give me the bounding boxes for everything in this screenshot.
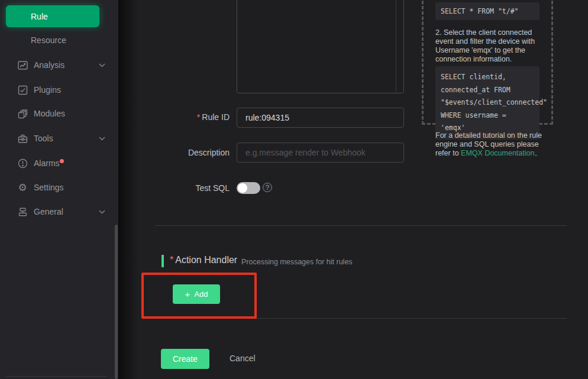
test-sql-toggle[interactable] [237,182,260,194]
sidebar-item-settings[interactable]: ⚙ Settings [0,180,118,195]
rule-sql-editor[interactable] [237,0,404,93]
action-handler-subtitle: Processing messages for hit rules [241,258,353,266]
sidebar-divider [6,376,106,377]
sidebar-item-modules[interactable]: Modules [0,106,118,121]
help-step-2-text: 2. Select the client connected event and… [435,28,548,64]
chevron-down-icon [99,137,105,141]
rule-id-input[interactable] [237,108,404,128]
sidebar-item-label: Tools [34,134,53,143]
chevron-down-icon [99,210,105,214]
add-button-label: Add [194,290,208,299]
description-label: Description [142,148,230,157]
sidebar-item-resource[interactable]: Resource [0,33,118,48]
stack-icon [17,206,28,217]
sidebar-item-general[interactable]: General [0,204,118,219]
add-action-button[interactable]: + Add [173,284,220,304]
briefcase-icon [17,133,28,144]
sidebar-scrollbar[interactable] [115,225,118,379]
plus-icon: + [185,290,190,299]
sidebar-item-plugins[interactable]: Plugins [0,82,118,98]
alarm-badge-dot [60,159,64,163]
gear-icon: ⚙ [17,182,28,193]
sql-example-1: SELECT * FROM "t/#" [435,2,539,20]
section-accent-bar [161,255,164,267]
sidebar-item-analysis[interactable]: Analysis [0,57,118,73]
tutorial-text: For a detailed tutorial on the rule engi… [435,131,550,158]
sidebar-item-label: Alarms [34,158,64,168]
sidebar-item-label: Analysis [34,60,64,70]
sidebar-item-label: Plugins [34,85,61,95]
layers-icon [17,108,28,119]
create-button[interactable]: Create [161,349,209,369]
sidebar-item-alarms[interactable]: Alarms [0,156,118,171]
sidebar: Rule Resource Analysis Plugins [0,0,118,379]
analysis-chart-icon [17,60,28,70]
sql-editor-scrollbar-gutter [396,0,396,93]
required-asterisk: * [197,112,200,122]
checkbox-icon [17,85,28,95]
footer-divider [155,318,567,319]
sidebar-item-label: Resource [31,35,66,45]
sql-example-2: SELECT clientid, connected_at FROM "$eve… [435,66,539,140]
test-sql-label: Test SQL [142,183,230,193]
sidebar-item-label: Rule [31,12,48,21]
sidebar-item-label: Modules [34,109,65,118]
sidebar-item-tools[interactable]: Tools [0,131,118,146]
description-input[interactable] [237,142,404,163]
section-divider [155,225,567,226]
help-icon[interactable]: ? [263,183,272,192]
sidebar-shadow [118,0,138,379]
toggle-knob [238,183,247,193]
required-asterisk: * [170,255,173,265]
sidebar-item-rule[interactable]: Rule [6,5,99,27]
action-handler-title: *Action Handler [170,255,237,265]
chevron-down-icon [99,63,105,67]
rule-id-label: *Rule ID [142,112,230,122]
sidebar-item-label: General [34,207,63,216]
sidebar-item-label: Settings [34,183,64,192]
cancel-button[interactable]: Cancel [230,354,256,363]
emqx-link[interactable]: EMQX [461,149,483,157]
alert-circle-icon [17,158,28,169]
documentation-link[interactable]: Documentation [484,149,534,157]
